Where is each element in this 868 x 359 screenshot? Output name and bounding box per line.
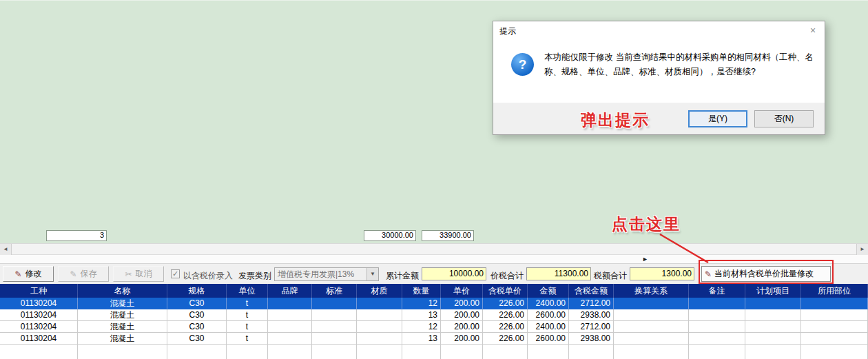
table-cell[interactable]: t <box>227 309 268 321</box>
save-button[interactable]: ✎ 保存 <box>58 266 109 282</box>
tax-total-field[interactable]: 1300.00 <box>630 267 694 280</box>
table-cell[interactable]: 2600.00 <box>528 309 569 321</box>
table-cell[interactable]: t <box>227 321 268 333</box>
table-cell[interactable] <box>357 333 402 345</box>
column-header-2[interactable]: 名称 <box>78 284 167 298</box>
column-header-8[interactable]: 数量 <box>402 284 441 298</box>
table-cell[interactable]: 226.00 <box>483 298 528 309</box>
table-cell[interactable]: 混凝土 <box>78 333 167 345</box>
tax-entry-checkbox[interactable]: ✓ <box>171 269 180 278</box>
column-header-12[interactable]: 含税金额 <box>569 284 614 298</box>
table-cell[interactable]: C30 <box>167 298 227 309</box>
table-cell[interactable]: C30 <box>167 309 227 321</box>
table-row[interactable]: 01130204混凝土C30t12200.00226.002400.002712… <box>0 298 868 309</box>
table-cell[interactable] <box>801 309 868 321</box>
no-button[interactable]: 否(N) <box>754 110 814 127</box>
scroll-left-arrow-icon[interactable]: ◄ <box>0 244 12 255</box>
table-cell[interactable]: 200.00 <box>441 333 483 345</box>
table-cell[interactable] <box>745 309 801 321</box>
scroll-right-arrow-icon[interactable]: ► <box>856 244 868 255</box>
table-cell[interactable]: 01130204 <box>0 309 78 321</box>
table-cell[interactable]: 混凝土 <box>78 321 167 333</box>
column-header-16[interactable]: 所用部位 <box>801 284 868 298</box>
table-cell[interactable]: 01130204 <box>0 321 78 333</box>
table-cell[interactable] <box>801 321 868 333</box>
table-cell[interactable] <box>312 321 357 333</box>
table-row[interactable]: 01130204混凝土C30t13200.00226.002600.002938… <box>0 309 868 321</box>
table-cell[interactable] <box>357 298 402 309</box>
table-cell[interactable]: 混凝土 <box>78 309 167 321</box>
table-cell[interactable]: 13 <box>402 309 441 321</box>
column-header-3[interactable]: 规格 <box>167 284 227 298</box>
table-cell[interactable]: t <box>227 298 268 309</box>
table-cell[interactable] <box>614 321 689 333</box>
table-cell[interactable]: 2712.00 <box>569 321 614 333</box>
table-cell[interactable]: 13 <box>402 333 441 345</box>
table-cell[interactable] <box>614 309 689 321</box>
top-horizontal-scrollbar[interactable]: ◄ ► <box>0 243 868 255</box>
table-cell[interactable]: 200.00 <box>441 298 483 309</box>
table-cell[interactable] <box>745 321 801 333</box>
column-header-10[interactable]: 含税单价 <box>483 284 528 298</box>
table-cell[interactable] <box>614 298 689 309</box>
chevron-down-icon[interactable]: ▼ <box>366 268 378 280</box>
column-header-4[interactable]: 单位 <box>227 284 268 298</box>
table-cell[interactable]: t <box>227 333 268 345</box>
table-cell[interactable] <box>801 298 868 309</box>
column-header-5[interactable]: 品牌 <box>268 284 312 298</box>
table-cell[interactable]: 200.00 <box>441 321 483 333</box>
table-cell[interactable] <box>689 309 745 321</box>
column-header-1[interactable]: 工种 <box>0 284 78 298</box>
table-cell[interactable] <box>268 298 312 309</box>
table-cell[interactable] <box>357 321 402 333</box>
table-cell[interactable]: 226.00 <box>483 309 528 321</box>
table-row[interactable]: 01130204混凝土C30t12200.00226.002400.002712… <box>0 321 868 333</box>
table-cell[interactable] <box>689 298 745 309</box>
table-cell[interactable]: 12 <box>402 298 441 309</box>
table-cell[interactable] <box>268 333 312 345</box>
table-cell[interactable]: 2938.00 <box>569 309 614 321</box>
modify-button[interactable]: ✎ 修改 <box>3 266 54 282</box>
column-header-7[interactable]: 材质 <box>357 284 402 298</box>
table-cell[interactable] <box>268 321 312 333</box>
total-with-tax-field[interactable]: 11300.00 <box>526 267 591 280</box>
table-cell[interactable]: 混凝土 <box>78 298 167 309</box>
table-cell[interactable]: 01130204 <box>0 333 78 345</box>
table-cell[interactable]: 2938.00 <box>569 333 614 345</box>
scroll-right-mini-arrow-icon[interactable]: ► <box>642 256 648 263</box>
table-cell[interactable] <box>689 321 745 333</box>
column-header-6[interactable]: 标准 <box>312 284 357 298</box>
table-cell[interactable]: 2400.00 <box>528 321 569 333</box>
table-cell[interactable]: 2400.00 <box>528 298 569 309</box>
cancel-button[interactable]: ✂ 取消 <box>113 266 164 282</box>
table-cell[interactable] <box>312 333 357 345</box>
cumulative-amount-field[interactable]: 10000.00 <box>422 267 486 280</box>
table-row[interactable]: 01130204混凝土C30t13200.00226.002600.002938… <box>0 333 868 345</box>
table-cell[interactable]: 2600.00 <box>528 333 569 345</box>
table-cell[interactable]: 01130204 <box>0 298 78 309</box>
table-cell[interactable]: C30 <box>167 333 227 345</box>
table-cell[interactable] <box>312 298 357 309</box>
table-cell[interactable] <box>357 309 402 321</box>
table-cell[interactable]: 2712.00 <box>569 298 614 309</box>
table-cell[interactable] <box>614 333 689 345</box>
invoice-type-select[interactable]: 增值税专用发票|13% ▼ <box>274 267 379 281</box>
table-cell[interactable] <box>268 309 312 321</box>
table-cell[interactable] <box>312 309 357 321</box>
yes-button[interactable]: 是(Y) <box>688 110 747 127</box>
column-header-13[interactable]: 换算关系 <box>614 284 689 298</box>
table-cell[interactable]: 12 <box>402 321 441 333</box>
table-cell[interactable]: C30 <box>167 321 227 333</box>
table-cell[interactable]: 200.00 <box>441 309 483 321</box>
table-cell[interactable]: 226.00 <box>483 333 528 345</box>
column-header-15[interactable]: 计划项目 <box>745 284 801 298</box>
table-cell[interactable]: 226.00 <box>483 321 528 333</box>
table-cell[interactable] <box>801 333 868 345</box>
table-cell[interactable] <box>689 333 745 345</box>
column-header-14[interactable]: 备注 <box>689 284 745 298</box>
column-header-11[interactable]: 金额 <box>528 284 569 298</box>
close-icon[interactable]: × <box>801 21 825 39</box>
table-cell[interactable] <box>745 333 801 345</box>
column-header-9[interactable]: 单价 <box>441 284 483 298</box>
table-cell[interactable] <box>745 298 801 309</box>
